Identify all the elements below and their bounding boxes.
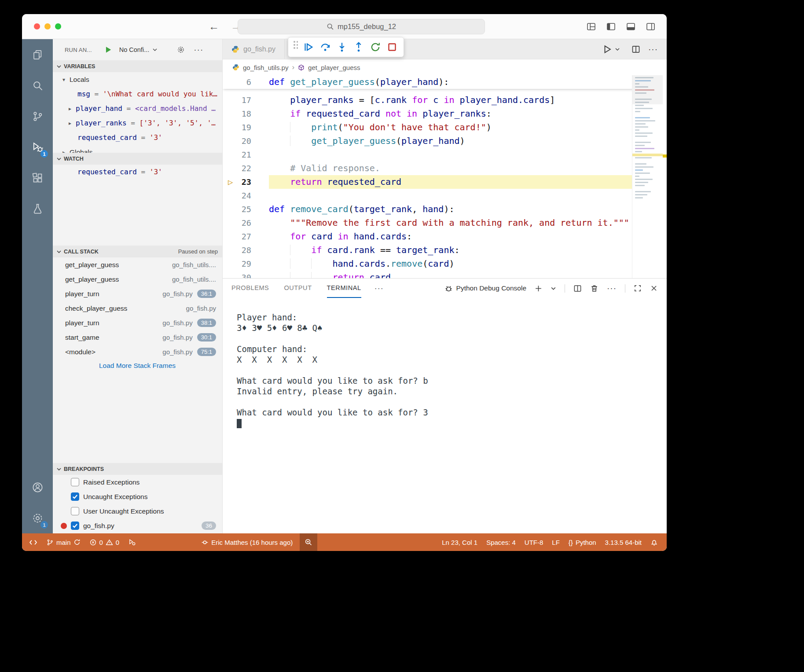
breakpoints-section-header[interactable]: BREAKPOINTS bbox=[53, 463, 222, 475]
breakpoint-row[interactable]: User Uncaught Exceptions bbox=[53, 504, 222, 518]
remote-indicator[interactable] bbox=[25, 533, 42, 551]
run-python-file-icon[interactable] bbox=[602, 44, 612, 54]
code-editor[interactable]: 6def get_player_guess(player_hand): 17 p… bbox=[223, 75, 667, 278]
restart-icon[interactable] bbox=[367, 39, 383, 55]
line-number[interactable]: 22 bbox=[223, 162, 269, 175]
source-control-icon[interactable] bbox=[22, 101, 53, 132]
split-editor-icon[interactable] bbox=[631, 45, 640, 54]
customize-layout-icon[interactable] bbox=[587, 22, 596, 31]
line-number[interactable]: 20 bbox=[223, 134, 269, 148]
indentation-indicator[interactable]: Spaces: 4 bbox=[482, 533, 520, 551]
breakpoint-checkbox[interactable] bbox=[71, 492, 79, 501]
line-number[interactable]: 19 bbox=[223, 121, 269, 134]
line-number[interactable]: 28 bbox=[223, 243, 269, 257]
variable-row[interactable]: ▸player_hand = <card_models.Hand … bbox=[53, 101, 222, 116]
variable-row[interactable]: requested_card = '3' bbox=[53, 130, 222, 145]
stop-icon[interactable] bbox=[384, 39, 400, 55]
breakpoint-checkbox[interactable] bbox=[71, 478, 79, 486]
problems-indicator[interactable]: 0 0 bbox=[85, 533, 124, 551]
stack-frame[interactable]: start_gamego_fish.py30:1 bbox=[53, 330, 222, 345]
variable-row[interactable]: msg = '\nWhat card would you lik… bbox=[53, 87, 222, 101]
line-number[interactable]: 23▷ bbox=[223, 175, 269, 189]
continue-icon[interactable] bbox=[301, 39, 316, 55]
breakpoint-row[interactable]: go_fish.py36 bbox=[53, 518, 222, 533]
line-number[interactable]: 25 bbox=[223, 202, 269, 216]
testing-icon[interactable] bbox=[22, 193, 53, 224]
back-icon[interactable]: ← bbox=[209, 20, 219, 33]
debug-console-selector[interactable]: Python Debug Console bbox=[444, 284, 526, 293]
encoding-indicator[interactable]: UTF-8 bbox=[520, 533, 548, 551]
line-number[interactable]: 24 bbox=[223, 189, 269, 202]
line-number[interactable]: 6 bbox=[223, 75, 269, 89]
more-actions-icon[interactable]: ··· bbox=[607, 283, 617, 293]
line-number[interactable]: 29 bbox=[223, 257, 269, 271]
extensions-icon[interactable] bbox=[22, 162, 53, 193]
explorer-icon[interactable] bbox=[22, 39, 53, 70]
panel-tab-output[interactable]: OUTPUT bbox=[284, 279, 312, 298]
minimap-slider[interactable] bbox=[632, 75, 663, 104]
debug-settings-gear-icon[interactable] bbox=[177, 46, 185, 54]
new-terminal-plus-icon[interactable] bbox=[535, 285, 542, 292]
maximize-panel-icon[interactable] bbox=[634, 284, 642, 292]
accounts-icon[interactable] bbox=[22, 472, 53, 503]
debug-session-indicator[interactable] bbox=[124, 533, 140, 551]
cursor-position-indicator[interactable]: Ln 23, Col 1 bbox=[437, 533, 482, 551]
split-terminal-icon[interactable] bbox=[573, 284, 582, 293]
debug-config-dropdown[interactable]: No Confi... bbox=[119, 46, 158, 53]
stack-frame[interactable]: get_player_guessgo_fish_utils.... bbox=[53, 257, 222, 272]
terminal-output[interactable]: Player hand:3♦ 3♥ 5♦ 6♥ 8♣ Q♠Computer ha… bbox=[223, 298, 667, 533]
settings-gear-icon[interactable]: 1 bbox=[22, 503, 53, 533]
step-over-icon[interactable] bbox=[317, 39, 333, 55]
panel-tab-problems[interactable]: PROBLEMS bbox=[231, 279, 269, 298]
notifications-bell[interactable] bbox=[646, 533, 662, 551]
breakpoint-row[interactable]: Raised Exceptions bbox=[53, 475, 222, 489]
variables-section-header[interactable]: VARIABLES bbox=[53, 60, 222, 72]
line-number[interactable]: 17 bbox=[223, 93, 269, 107]
step-into-icon[interactable] bbox=[334, 39, 350, 55]
python-interpreter-indicator[interactable]: 3.13.5 64-bit bbox=[601, 533, 646, 551]
minimap[interactable] bbox=[632, 75, 663, 278]
close-window-button[interactable] bbox=[34, 23, 40, 29]
more-actions-icon[interactable]: ··· bbox=[648, 44, 658, 54]
branch-indicator[interactable]: main bbox=[42, 533, 85, 551]
breadcrumb-symbol[interactable]: get_player_guess bbox=[308, 64, 360, 71]
variable-row[interactable]: requested_card = '3' bbox=[53, 165, 222, 179]
breakpoint-checkbox[interactable] bbox=[71, 507, 79, 515]
panel-tab-terminal[interactable]: TERMINAL bbox=[327, 279, 361, 298]
toggle-right-sidebar-icon[interactable] bbox=[646, 22, 655, 31]
stack-frame[interactable]: player_turngo_fish.py38:1 bbox=[53, 316, 222, 330]
minimize-window-button[interactable] bbox=[44, 23, 51, 29]
breadcrumb-file[interactable]: go_fish_utils.py bbox=[243, 64, 288, 71]
run-and-debug-icon[interactable]: 1 bbox=[22, 132, 53, 162]
kill-terminal-trash-icon[interactable] bbox=[590, 284, 598, 293]
stack-frame[interactable]: player_turngo_fish.py36:1 bbox=[53, 286, 222, 301]
load-more-stack-frames-link[interactable]: Load More Stack Frames bbox=[53, 359, 222, 372]
close-panel-icon[interactable] bbox=[650, 284, 658, 292]
more-actions-icon[interactable]: ··· bbox=[374, 284, 384, 293]
tab-go-fish-py[interactable]: go_fish.py bbox=[223, 39, 285, 59]
breakpoint-row[interactable]: Uncaught Exceptions bbox=[53, 489, 222, 504]
variable-scope-row[interactable]: ▸Globals bbox=[53, 145, 222, 153]
breakpoint-checkbox[interactable] bbox=[71, 521, 79, 530]
editor-scrollbar[interactable] bbox=[663, 75, 667, 278]
stack-frame[interactable]: <module>go_fish.py75:1 bbox=[53, 345, 222, 359]
line-number[interactable]: 21 bbox=[223, 148, 269, 162]
git-blame-indicator[interactable]: Eric Matthes (16 hours ago) bbox=[197, 533, 297, 551]
step-out-icon[interactable] bbox=[351, 39, 367, 55]
variable-scope-row[interactable]: ▾Locals bbox=[53, 72, 222, 87]
call-stack-section-header[interactable]: CALL STACK Paused on step bbox=[53, 246, 222, 257]
variable-row[interactable]: ▸player_ranks = ['3', '3', '5', '… bbox=[53, 116, 222, 130]
eol-indicator[interactable]: LF bbox=[547, 533, 564, 551]
stack-frame[interactable]: check_player_guessgo_fish.py bbox=[53, 301, 222, 316]
line-number[interactable]: 27 bbox=[223, 230, 269, 243]
chevron-down-icon[interactable] bbox=[551, 286, 556, 291]
run-dropdown-chevron-icon[interactable] bbox=[615, 47, 620, 52]
command-center[interactable]: mp155_debug_12 bbox=[238, 19, 485, 34]
fullscreen-window-button[interactable] bbox=[55, 23, 61, 29]
stack-frame[interactable]: get_player_guessgo_fish_utils.... bbox=[53, 272, 222, 286]
start-debugging-icon[interactable] bbox=[104, 46, 112, 54]
toggle-left-sidebar-icon[interactable] bbox=[606, 22, 616, 31]
language-indicator[interactable]: {}Python bbox=[564, 533, 601, 551]
zoom-indicator[interactable] bbox=[300, 533, 317, 551]
watch-section-header[interactable]: WATCH bbox=[53, 153, 222, 165]
